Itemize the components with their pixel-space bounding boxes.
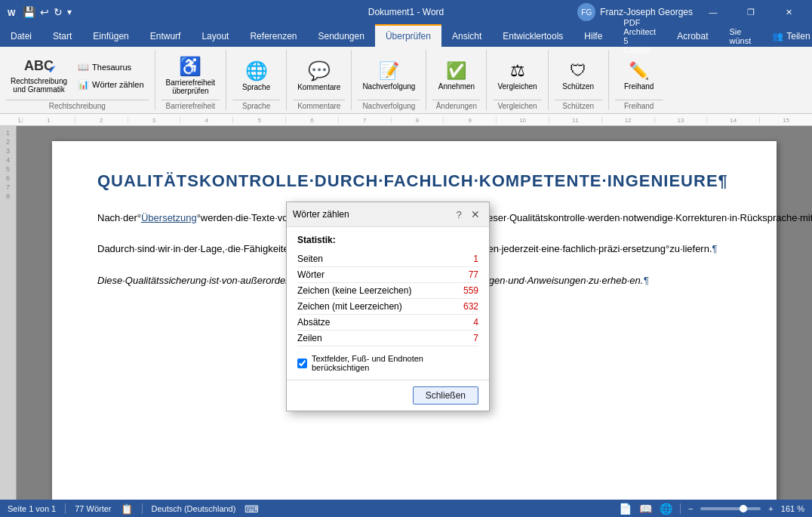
tab-teilen[interactable]: 👥Teilen: [761, 24, 812, 47]
document-area: QUALITÄTSKONTROLLE·DURCH·FACHLICH·KOMPET…: [17, 126, 812, 500]
view-web-icon[interactable]: 🌐: [660, 503, 672, 515]
nachverfolgung-group-label: Nachverfolgung: [358, 100, 420, 110]
freihand-icon: ✏️: [629, 61, 649, 81]
tab-entwurf[interactable]: Entwurf: [140, 24, 192, 47]
zoom-in-button[interactable]: +: [768, 504, 773, 513]
ruler-mark: 9: [443, 117, 496, 123]
dialog-section-label: Statistik:: [297, 235, 478, 245]
tab-datei[interactable]: Datei: [0, 24, 42, 47]
ruler-marks: 1 2 3 4 5 6 7 8 9 10 11 12 13 14 15: [22, 117, 812, 123]
margin-num: 6: [6, 174, 10, 182]
ribbon-group-nachverfolgung: 📝 Nachverfolgung Nachverfolgung: [352, 50, 426, 110]
vergleichen-group-label: Vergleichen: [493, 100, 541, 110]
margin-num: 5: [6, 165, 10, 173]
dialog-body: Statistik: Seiten 1 Wörter 77 Zeichen (k…: [287, 227, 489, 380]
zoom-out-button[interactable]: −: [688, 504, 693, 513]
view-normal-icon[interactable]: 📄: [619, 503, 632, 515]
textfelder-label: Textfelder, Fuß- und Endnoten berücksich…: [312, 354, 478, 372]
rechtschreibung-button[interactable]: ABC ✓ Rechtschreibungund Grammatik: [6, 51, 72, 100]
barrierefreiheit-button[interactable]: ♿ Barriere­freiheitüberprüfen: [161, 51, 220, 100]
sprache-button[interactable]: 🌐 Sprache: [238, 51, 275, 100]
thesaurus-button[interactable]: 📖 Thesaurus: [73, 59, 148, 75]
freihand-button[interactable]: ✏️ Freihand: [620, 51, 658, 100]
dialog-row-zeichen-keine: Zeichen (keine Leerzeichen) 559: [297, 283, 478, 299]
ruler-mark: 3: [128, 117, 180, 123]
view-reading-icon[interactable]: 📖: [639, 503, 652, 515]
zoom-slider[interactable]: [700, 507, 761, 510]
tab-siewuenst[interactable]: Sie wünst: [719, 24, 762, 47]
page-info: Seite 1 von 1: [8, 504, 56, 513]
schliessen-button[interactable]: Schließen: [413, 386, 478, 405]
tab-pdf[interactable]: PDF Architect 5 Creator: [613, 24, 666, 47]
tab-entwicklertools[interactable]: Entwicklertools: [492, 24, 574, 47]
ribbon-group-barrierefreiheit: ♿ Barriere­freiheitüberprüfen Barrierefr…: [155, 50, 227, 110]
margin-num: 3: [6, 147, 10, 155]
ruler-mark: 15: [759, 117, 812, 123]
quick-access-undo[interactable]: ↩: [40, 6, 49, 18]
ribbon-group-aenderungen: ✅ Annehmen Änderungen: [426, 50, 487, 110]
zoom-level: 161 %: [781, 504, 804, 513]
tab-layout[interactable]: Layout: [191, 24, 239, 47]
ruler-mark: 5: [232, 117, 285, 123]
close-button[interactable]: ✕: [771, 0, 806, 24]
dialog-title: Wörter zählen: [293, 209, 349, 220]
ruler-mark: 8: [391, 117, 444, 123]
ruler-mark: 13: [654, 117, 707, 123]
woerter-icon: 📊: [78, 79, 89, 90]
quick-access-redo[interactable]: ↻: [54, 6, 63, 18]
margin-num: 1: [6, 129, 10, 137]
aenderungen-group-label: Änderungen: [432, 100, 480, 110]
schuetzen-group-label: Schützen: [555, 100, 602, 110]
tab-einfuegen[interactable]: Einfügen: [82, 24, 139, 47]
title-left: W 💾 ↩ ↻ ▾: [6, 6, 72, 18]
woerter-zaehlen-button[interactable]: 📊 Wörter zählen: [73, 76, 148, 93]
textfelder-checkbox[interactable]: [297, 359, 307, 368]
tab-ansicht[interactable]: Ansicht: [441, 24, 492, 47]
tab-hilfe[interactable]: Hilfe: [574, 24, 613, 47]
quick-access-more[interactable]: ▾: [67, 7, 72, 17]
svg-text:W: W: [8, 8, 16, 17]
user-name: Franz-Joseph Georges: [600, 7, 693, 17]
margin-num: 2: [6, 138, 10, 146]
label-zeichen-mit: Zeichen (mit Leerzeichen): [297, 301, 402, 312]
ruler-mark: 11: [549, 117, 601, 123]
annehmen-button[interactable]: ✅ Annehmen: [434, 51, 479, 100]
schuetzen-button[interactable]: 🛡 Schützen: [558, 51, 598, 100]
value-zeilen: 7: [473, 333, 478, 343]
tab-acrobat[interactable]: Acrobat: [666, 24, 718, 47]
window-title: Dokument1 - Word: [368, 7, 444, 17]
tab-referenzen[interactable]: Referenzen: [239, 24, 307, 47]
ribbon-group-sprache: 🌐 Sprache Sprache: [226, 50, 287, 110]
value-zeichen-mit: 632: [463, 301, 478, 312]
barrierefreiheit-buttons: ♿ Barriere­freiheitüberprüfen: [161, 51, 220, 100]
kommentare-button[interactable]: 💬 Kommentare: [293, 51, 345, 100]
minimize-button[interactable]: —: [696, 0, 730, 24]
kommentare-buttons: 💬 Kommentare: [293, 51, 345, 100]
dialog-titlebar: Wörter zählen ? ✕: [287, 202, 489, 227]
nachverfolgung-button[interactable]: 📝 Nachverfolgung: [358, 51, 420, 100]
quick-access-save[interactable]: 💾: [23, 6, 35, 18]
status-separator-3: [680, 503, 681, 514]
ruler-mark: 12: [601, 117, 654, 123]
schuetzen-icon: 🛡: [570, 61, 586, 81]
schuetzen-buttons: 🛡 Schützen: [558, 51, 598, 100]
dialog-row-woerter: Wörter 77: [297, 267, 478, 283]
ruler-mark: 1: [22, 117, 75, 123]
annehmen-icon: ✅: [446, 61, 466, 81]
tab-sendungen[interactable]: Sendungen: [308, 24, 375, 47]
tab-start[interactable]: Start: [42, 24, 82, 47]
proofread-icon: 📋: [121, 503, 133, 515]
nachverfolgung-icon: 📝: [379, 61, 399, 81]
vergleichen-label: Vergleichen: [497, 82, 537, 91]
sprache-icon: 🌐: [245, 60, 268, 82]
vergleichen-button[interactable]: ⚖ Vergleichen: [493, 51, 541, 100]
value-absaetze: 4: [473, 317, 478, 328]
sprache-group-label: Sprache: [232, 100, 280, 110]
dialog-help-button[interactable]: ?: [451, 207, 466, 222]
restore-button[interactable]: ❐: [734, 0, 768, 24]
sprache-buttons: 🌐 Sprache: [238, 51, 275, 100]
ribbon-tabs: Datei Start Einfügen Entwurf Layout Refe…: [0, 24, 812, 47]
dialog-close-x-button[interactable]: ✕: [468, 207, 483, 222]
tab-ueberpruefen[interactable]: Überprüfen: [375, 24, 441, 47]
annehmen-label: Annehmen: [438, 82, 475, 91]
